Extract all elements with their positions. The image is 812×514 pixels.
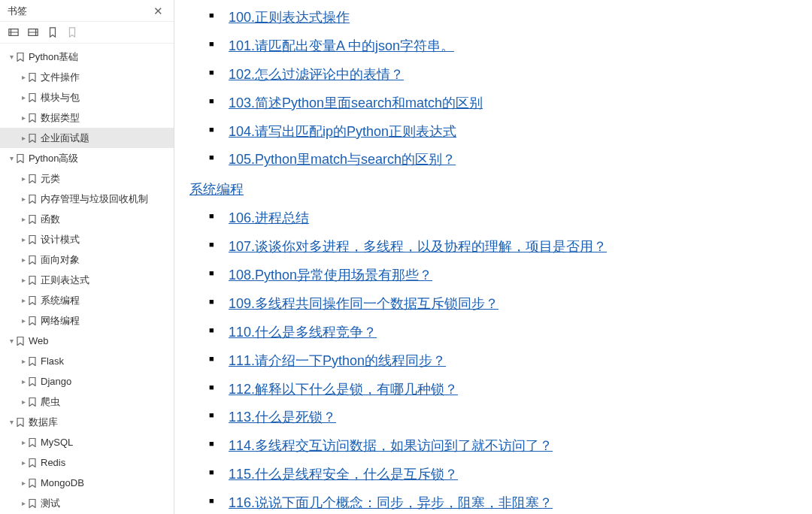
doc-link[interactable]: 102.怎么过滤评论中的表情？ [229,67,404,82]
tree-item-label: 数据类型 [41,111,174,125]
tree-item-label: 内存管理与垃圾回收机制 [41,192,174,206]
bookmark-item-icon [27,93,38,102]
tree-arrow-icon[interactable]: ▸ [20,499,27,507]
tree-item[interactable]: ▸元类 [0,168,174,189]
tree-item[interactable]: ▸文件操作 [0,67,174,87]
tree-item[interactable]: ▸Flask [0,351,174,371]
list-item: 116.说说下面几个概念：同步，异步，阻塞，非阻塞？ [189,493,797,514]
tree-arrow-icon[interactable]: ▸ [20,134,27,142]
tree-arrow-icon[interactable]: ▸ [20,357,27,365]
tree-item[interactable]: ▸内存管理与垃圾回收机制 [0,189,174,209]
tree-arrow-icon[interactable]: ▸ [20,458,27,467]
bookmark-add-icon [66,26,78,38]
doc-link[interactable]: 104.请写出匹配ip的Python正则表达式 [229,124,456,139]
tree-item[interactable]: ▸正则表达式 [0,270,174,290]
list-item: 104.请写出匹配ip的Python正则表达式 [189,122,797,143]
list-item: 114.多线程交互访问数据，如果访问到了就不访问了？ [189,436,797,457]
bookmark-item-icon [27,398,38,407]
tree-arrow-icon[interactable]: ▸ [20,398,27,406]
section-heading-system-programming[interactable]: 系统编程 [189,180,797,201]
bookmark-item-icon [27,316,38,325]
doc-link[interactable]: 103.简述Python里面search和match的区别 [229,95,483,110]
tree-arrow-icon[interactable]: ▸ [20,296,27,304]
tree-item[interactable]: ▸面向对象 [0,249,174,270]
tree-arrow-icon[interactable]: ▸ [20,235,27,243]
tree-arrow-icon[interactable]: ▸ [20,276,27,284]
tree-item[interactable]: ▸设计模式 [0,229,174,249]
tree-arrow-icon[interactable]: ▸ [20,93,27,101]
list-item: 115.什么是线程安全，什么是互斥锁？ [189,464,797,485]
tree-arrow-icon[interactable]: ▸ [20,174,27,183]
doc-link[interactable]: 114.多线程交互访问数据，如果访问到了就不访问了？ [229,438,553,453]
tree-item[interactable]: ▸测试 [0,493,174,513]
bookmark-item-icon [27,296,38,305]
tree-arrow-icon[interactable]: ▸ [20,377,27,386]
tree-arrow-icon[interactable]: ▸ [20,215,27,223]
bookmark-item-icon [27,479,38,488]
doc-link[interactable]: 113.什么是死锁？ [229,410,336,425]
tree-item-label: 函数 [41,213,174,226]
doc-link[interactable]: 108.Python异常使用场景有那些？ [229,268,432,283]
bookmark-item-icon [15,53,26,62]
doc-link[interactable]: 110.什么是多线程竞争？ [229,325,377,340]
tree-item[interactable]: ▾Python基础 [0,47,174,67]
tree-item[interactable]: ▾Python高级 [0,148,174,168]
tree-item[interactable]: ▸系统编程 [0,290,174,310]
list-item: 105.Python里match与search的区别？ [189,150,797,171]
bookmark-item-icon [27,73,38,82]
list-item: 100.正则表达式操作 [189,8,797,29]
doc-link[interactable]: 105.Python里match与search的区别？ [229,152,456,167]
tree-arrow-icon[interactable]: ▸ [20,73,27,81]
bookmark-item-icon [27,134,38,143]
tree-item-label: MySQL [41,437,174,448]
doc-link[interactable]: 115.什么是线程安全，什么是互斥锁？ [229,467,458,482]
tree-arrow-icon[interactable]: ▾ [8,337,15,345]
doc-link[interactable]: 116.说说下面几个概念：同步，异步，阻塞，非阻塞？ [229,495,553,510]
list-item: 106.进程总结 [189,208,797,229]
tree-arrow-icon[interactable]: ▸ [20,316,27,325]
doc-link[interactable]: 107.谈谈你对多进程，多线程，以及协程的理解，项目是否用？ [229,239,607,254]
list-item: 103.简述Python里面search和match的区别 [189,93,797,114]
tree-item[interactable]: ▾Web [0,331,174,351]
tree-item[interactable]: ▸Django [0,371,174,392]
doc-link[interactable]: 101.请匹配出变量A 中的json字符串。 [229,38,454,53]
doc-link[interactable]: 106.进程总结 [229,210,309,225]
sidebar-toolbar [0,22,174,44]
bookmark-item-icon [27,235,38,244]
tree-arrow-icon[interactable]: ▾ [8,154,15,162]
tree-item-label: 正则表达式 [41,274,174,287]
tree-arrow-icon[interactable]: ▸ [20,255,27,264]
tree-arrow-icon[interactable]: ▸ [20,479,27,487]
close-icon[interactable]: ✕ [150,5,166,18]
tree-arrow-icon[interactable]: ▸ [20,438,27,446]
tree-item[interactable]: ▸爬虫 [0,392,174,412]
tree-item[interactable]: ▸函数 [0,209,174,229]
bookmark-icon[interactable] [47,26,59,38]
tree-item[interactable]: ▸Redis [0,452,174,473]
bookmark-item-icon [27,499,38,508]
thumbnail-icon[interactable] [27,26,39,38]
tree-item[interactable]: ▸MongoDB [0,473,174,493]
tree-item-label: Python基础 [29,50,174,64]
doc-link[interactable]: 109.多线程共同操作同一个数据互斥锁同步？ [229,296,498,311]
tree-arrow-icon[interactable]: ▸ [20,113,27,122]
tree-item[interactable]: ▾数据库 [0,412,174,432]
tree-item[interactable]: ▸企业面试题 [0,128,174,148]
bookmarks-sidebar: 书签 ✕ ▾Python基础▸文件操作▸模块与包▸数据类型▸企业面试题▾Pyth… [0,0,174,514]
tree-arrow-icon[interactable]: ▾ [8,53,15,61]
tree-item[interactable]: ▸数据类型 [0,107,174,128]
tree-arrow-icon[interactable]: ▸ [20,195,27,203]
tree-item[interactable]: ▸网络编程 [0,310,174,331]
tree-item[interactable]: ▸模块与包 [0,87,174,107]
bookmark-item-icon [27,113,38,122]
bookmark-item-icon [27,195,38,204]
outline-icon[interactable] [8,26,20,38]
doc-link[interactable]: 100.正则表达式操作 [229,10,350,25]
bookmark-item-icon [15,337,26,346]
doc-link[interactable]: 112.解释以下什么是锁，有哪几种锁？ [229,382,458,397]
tree-item[interactable]: ▸MySQL [0,432,174,452]
list-item: 112.解释以下什么是锁，有哪几种锁？ [189,379,797,401]
bookmark-item-icon [27,377,38,386]
doc-link[interactable]: 111.请介绍一下Python的线程同步？ [229,353,446,368]
tree-arrow-icon[interactable]: ▾ [8,418,15,426]
